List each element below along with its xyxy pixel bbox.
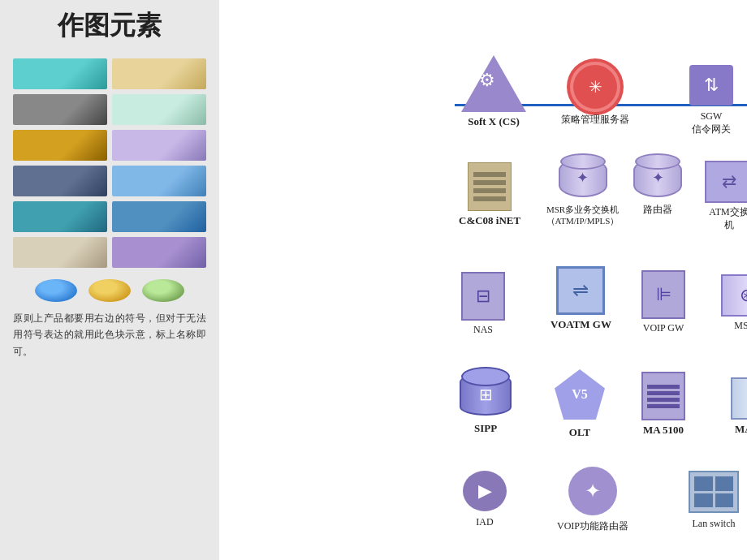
ma5100-icon [641, 372, 685, 420]
voatm-icon-cell: ⇌ VOATM GW [551, 266, 611, 331]
ma5200-icon: ⇋ [731, 377, 747, 420]
msr-icon: ✦ [559, 158, 607, 197]
ma5100-icon-cell: MA 5100 [641, 372, 685, 437]
softx-triangle-wrapper: ⚙ [461, 55, 526, 112]
left-panel: 作图元素 原则上产品都要用右边的符号，但对于无法用符号表达的就用此色块示意，标上… [0, 0, 219, 560]
router-label: 路由器 [643, 204, 672, 217]
color-block-beige [13, 237, 107, 268]
atm-icon-cell: ⇄ ATM交换机 [705, 161, 747, 231]
policy-icon-cell: ✳ 策略管理服务器 [559, 65, 632, 127]
oval-green [142, 279, 184, 302]
color-block-mint [112, 94, 206, 125]
page-container: 作图元素 原则上产品都要用右边的符号，但对于无法用符号表达的就用此色块示意，标上… [0, 0, 747, 560]
mstp-icon-cell: ⊛ MSTP [721, 274, 747, 333]
voatm-icon: ⇌ [556, 266, 605, 315]
iad-icon: ▶ [463, 471, 507, 511]
olt-glyph: V5 [572, 387, 588, 402]
voiprouter-label: VOIP功能路由器 [556, 520, 629, 533]
gear-icon: ⚙ [479, 70, 495, 91]
ma5100-label: MA 5100 [643, 424, 684, 437]
color-block-blue-mid [112, 201, 206, 232]
oval-row [8, 279, 211, 302]
ma5200-label: MA 5200 [735, 423, 747, 436]
cc08-icon-cell: C&C08 iNET [459, 162, 520, 227]
color-block-tan [112, 58, 206, 89]
voatm-label: VOATM GW [551, 318, 611, 331]
softx-icon-cell: ⚙ Soft X (CS) [461, 55, 526, 128]
nas-label: NAS [473, 324, 493, 337]
policy-icon: ✳ [573, 65, 617, 109]
sipp-glyph: ⊞ [479, 385, 493, 404]
sipp-icon-cell: ⊞ SIPP [460, 373, 512, 435]
voip-icon-cell: ⊫ VOIP GW [641, 270, 685, 335]
color-block-purple-light [112, 237, 206, 268]
lanswitch-icon-cell: Lan switch [689, 471, 739, 531]
color-block-teal [13, 201, 107, 232]
router-icon: ✦ [633, 158, 682, 197]
olt-label: OLT [569, 426, 590, 439]
voip-label: VOIP GW [643, 322, 684, 335]
iad-icon-cell: ▶ IAD [463, 471, 507, 529]
color-block-slate [13, 166, 107, 196]
ls-cell-4 [715, 493, 734, 508]
description-text: 原则上产品都要用右边的符号，但对于无法用符号表达的就用此色块示意，标上名称即可。 [8, 310, 211, 360]
router-icon-cell: ✦ 路由器 [633, 158, 682, 217]
ma5200-icon-cell: ⇋ MA 5200 [731, 377, 747, 436]
ls-cell-3 [694, 493, 713, 508]
atm-icon: ⇄ [705, 161, 747, 203]
msr-icon-cell: ✦ MSR多业务交换机（ATM/IP/MPLS） [544, 158, 621, 227]
softx-label: Soft X (CS) [468, 115, 520, 128]
mstp-icon: ⊛ [721, 274, 747, 317]
oval-gold [89, 279, 131, 302]
lanswitch-label: Lan switch [693, 518, 736, 531]
sgw-icon-cell: ⇅ SGW信令网关 [679, 65, 744, 136]
color-block-gray-dark [13, 94, 107, 125]
ls-cell-2 [715, 476, 734, 491]
mstp-label: MSTP [734, 320, 747, 333]
color-blocks-grid [8, 54, 211, 273]
msr-cyl-icon: ✦ [576, 169, 589, 187]
atm-label: ATM交换机 [705, 206, 747, 231]
softx-triangle-icon: ⚙ [461, 55, 526, 112]
color-block-skyblue [112, 166, 206, 196]
ls-cell-1 [694, 476, 713, 491]
olt-icon-cell: V5 OLT [555, 369, 605, 439]
cc08-label: C&C08 iNET [459, 214, 520, 227]
msr-label: MSR多业务交换机（ATM/IP/MPLS） [544, 204, 621, 227]
nas-icon: ⊟ [461, 272, 505, 321]
page-title: 作图元素 [8, 8, 211, 44]
policy-label: 策略管理服务器 [559, 114, 632, 127]
cc08-icon [468, 162, 512, 211]
color-block-gold [13, 130, 107, 161]
router-cyl-icon: ✦ [652, 169, 664, 187]
olt-icon: V5 [555, 369, 605, 420]
voip-icon: ⊫ [641, 270, 685, 319]
color-block-cyan [13, 58, 107, 89]
main-panel: ⚙ Soft X (CS) ✳ 策略管理服务器 ⇅ SGW信令网关 ⊞ GK [219, 0, 747, 560]
nas-icon-cell: ⊟ NAS [461, 272, 505, 337]
voiprouter-icon: ✦ [568, 467, 617, 515]
sgw-icon: ⇅ [689, 65, 733, 106]
sipp-label: SIPP [474, 422, 497, 435]
voiprouter-icon-cell: ✦ VOIP功能路由器 [556, 467, 629, 533]
color-block-lavender [112, 130, 206, 161]
iad-label: IAD [476, 516, 493, 529]
lanswitch-icon [689, 471, 739, 513]
sgw-label: SGW信令网关 [679, 110, 744, 136]
oval-blue [35, 279, 77, 302]
sipp-icon: ⊞ [460, 373, 512, 416]
